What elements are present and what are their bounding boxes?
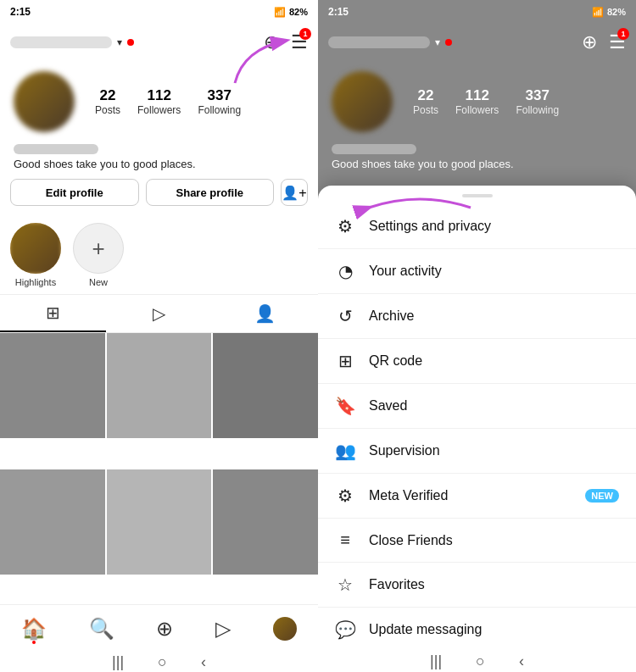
edit-profile-button[interactable]: Edit profile [10,179,139,206]
left-stories-row: Highlights + New [0,216,318,294]
left-gesture-bar: ||| ○ ‹ [0,652,318,672]
left-new-story[interactable]: + New [73,223,124,287]
sheet-item-2-label: Archive [369,308,619,324]
grid-cell-1 [0,333,105,438]
sheet-item-7[interactable]: ≡Close Friends [318,519,636,563]
right-gesture-home[interactable]: ○ [476,653,485,670]
left-bottom-nav: 🏠 🔍 ⊕ ▷ [0,604,318,652]
right-posts-count: 22 [413,87,438,104]
right-gesture-bar: ||| ○ ‹ [318,652,636,672]
left-gesture-back[interactable]: ‹ [201,653,206,671]
sheet-item-9[interactable]: 💬Update messaging [318,608,636,652]
left-dropdown-icon[interactable]: ▾ [117,36,122,48]
left-stats: 22 Posts 112 Followers 337 Following [95,87,241,116]
left-following-count: 337 [198,87,241,104]
right-stats: 22 Posts 112 Followers 337 Following [413,87,559,116]
right-following-label: Following [516,104,559,116]
left-profile-buttons: Edit profile Share profile 👤+ [0,179,318,216]
right-following-count: 337 [516,87,559,104]
left-home-icon[interactable]: 🏠 [21,617,47,641]
left-tabs: ⊞ ▷ 👤 [0,294,318,333]
left-following-stat: 337 Following [198,87,241,116]
sheet-item-6[interactable]: ⚙Meta VerifiedNEW [318,474,636,519]
sheet-item-3-label: QR code [369,353,619,369]
left-panel: 2:15 📶 82% ▾ ⊕ ☰ 1 22 Posts 112 Follow [0,0,318,672]
right-menu-icon[interactable]: ☰ 1 [609,31,626,53]
left-avatar[interactable] [14,71,75,132]
right-bio: Good shoes take you to good places. [318,158,636,179]
left-username-area: ▾ [10,36,252,48]
left-tab-tagged[interactable]: 👤 [212,295,318,332]
sheet-item-9-icon: 💬 [335,619,355,640]
sheet-item-5-icon: 👥 [335,441,355,461]
sheet-item-3-icon: ⊞ [335,351,355,371]
right-username-area: ▾ [328,36,570,48]
sheet-item-5[interactable]: 👥Supervision [318,429,636,474]
sheet-item-0[interactable]: ⚙Settings and privacy [318,204,636,249]
sheet-item-4-label: Saved [369,398,619,414]
left-menu-icon[interactable]: ☰ 1 [291,31,308,53]
sheet-item-1-icon: ◔ [335,261,355,281]
left-status-bar: 2:15 📶 82% [0,0,318,24]
left-highlights-story[interactable]: Highlights [10,223,61,287]
left-gesture-home[interactable]: ○ [158,653,167,671]
sheet-item-1[interactable]: ◔Your activity [318,249,636,294]
right-gesture-menu[interactable]: ||| [430,653,442,670]
left-followers-stat: 112 Followers [137,87,181,116]
left-bio: Good shoes take you to good places. [0,158,318,179]
sheet-handle [462,194,493,197]
right-avatar[interactable] [332,71,393,132]
right-bottom-sheet: ⚙Settings and privacy◔Your activity↺Arch… [318,186,636,672]
sheet-item-1-label: Your activity [369,264,619,279]
sheet-item-8-icon: ☆ [335,575,355,595]
right-posts-stat: 22 Posts [413,87,438,116]
right-following-stat: 337 Following [516,87,559,116]
sheet-item-7-label: Close Friends [369,533,619,548]
left-username-bar [10,36,112,48]
left-posts-count: 22 [95,87,120,104]
right-menu-badge: 1 [617,28,629,40]
left-photo-grid [0,333,318,604]
left-tab-grid[interactable]: ⊞ [0,295,106,332]
right-posts-label: Posts [413,104,438,116]
left-add-icon[interactable]: ⊕ [264,31,279,53]
left-home-dot [32,641,36,644]
left-highlights-avatar [10,223,61,274]
left-status-icons: 📶 82% [274,7,308,18]
sheet-item-2-icon: ↺ [335,306,355,326]
right-panel: 2:15 📶 82% ▾ ⊕ ☰ 1 22 Posts 112 Follow [318,0,636,672]
grid-cell-3 [213,333,318,438]
sheet-item-8[interactable]: ☆Favorites [318,563,636,608]
left-menu-badge: 1 [299,28,311,40]
right-status-icons: 📶 82% [592,7,626,18]
sheet-item-6-badge: NEW [585,489,619,503]
left-profile-name [14,144,98,154]
right-gesture-back[interactable]: ‹ [519,653,524,670]
right-profile-section: 22 Posts 112 Followers 337 Following [318,61,636,139]
sheet-item-4[interactable]: 🔖Saved [318,384,636,429]
left-new-story-icon: + [73,223,124,274]
sheet-item-9-label: Update messaging [369,622,619,637]
left-followers-label: Followers [137,104,181,116]
grid-cell-4 [0,469,105,575]
sheet-item-6-label: Meta Verified [369,488,572,503]
sheet-item-7-icon: ≡ [335,530,355,550]
left-gesture-menu[interactable]: ||| [112,653,124,671]
sheet-item-3[interactable]: ⊞QR code [318,339,636,384]
right-add-icon[interactable]: ⊕ [582,31,597,53]
add-friend-button[interactable]: 👤+ [281,179,308,206]
right-status-bar: 2:15 📶 82% [318,0,636,24]
right-activity-dot [445,39,452,46]
sheet-item-4-icon: 🔖 [335,396,355,416]
grid-cell-6 [213,469,318,575]
left-reels-icon[interactable]: ▷ [215,617,231,641]
left-tab-reels[interactable]: ▷ [106,295,212,332]
left-create-icon[interactable]: ⊕ [156,617,173,641]
share-profile-button[interactable]: Share profile [146,179,275,206]
right-followers-count: 112 [455,87,499,104]
left-profile-icon[interactable] [273,617,297,641]
right-dropdown-icon[interactable]: ▾ [435,36,440,48]
sheet-item-2[interactable]: ↺Archive [318,294,636,339]
left-search-icon[interactable]: 🔍 [89,617,114,641]
grid-cell-2 [107,333,212,438]
